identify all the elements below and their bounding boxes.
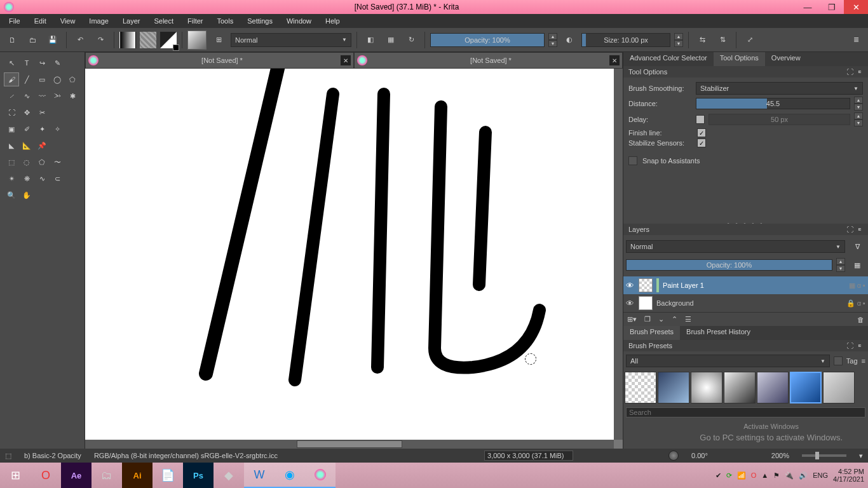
move-layer-tool-icon[interactable]: ✥ [19,105,34,119]
transform-layer-tool-icon[interactable]: ✂ [34,105,50,119]
select-free-tool-icon[interactable]: 〜 [50,155,65,169]
reference-tool-icon[interactable]: 📌 [34,139,50,152]
preset-search-input[interactable] [626,407,865,417]
select-bezier-tool-icon[interactable]: ∿ [34,172,50,186]
move-layer-down-icon[interactable]: ⌄ [658,315,664,323]
layer-row[interactable]: 👁 Paint Layer 1 ▦ α ▪ [623,276,868,294]
multi-brush-tool-icon[interactable]: ✱ [65,89,80,103]
layer-flags-icon[interactable]: ▦ α ▪ [849,281,865,290]
select-rect-tool-icon[interactable]: ⬚ [4,155,19,169]
taskbar-photoshop-icon[interactable]: Ps [183,463,214,488]
brush-preset-button[interactable] [187,30,207,50]
tab-close-icon[interactable]: ✕ [341,55,351,65]
smart-fill-tool-icon[interactable]: ✧ [50,122,65,136]
layer-flags-icon[interactable]: 🔒 α ▪ [846,299,865,308]
snap-checkbox[interactable] [628,156,637,165]
select-poly-tool-icon[interactable]: ⬠ [34,155,50,169]
transform-tool-icon[interactable]: T [19,56,34,70]
layer-row[interactable]: 👁 Background 🔒 α ▪ [623,294,868,312]
rotation-knob[interactable] [668,451,679,461]
taskbar-word-icon[interactable]: W [244,463,275,488]
document-tab-1[interactable]: [Not Saved] * ✕ [85,52,354,69]
opacity-slider[interactable]: Opacity: 100% [430,33,545,47]
select-similar-tool-icon[interactable]: ❋ [19,172,34,186]
polygon-tool-icon[interactable]: ⬠ [65,72,80,86]
fill-tool-icon[interactable]: ▣ [4,122,19,136]
add-layer-icon[interactable]: ⊞▾ [627,315,637,323]
save-file-icon[interactable]: 💾 [44,32,61,48]
pattern-picker-icon[interactable] [140,32,156,48]
mirror-v-icon[interactable]: ⇅ [714,32,731,48]
size-spin[interactable]: ▲▼ [674,33,683,47]
line-tool-icon[interactable]: ╱ [19,72,34,86]
tab-color-selector[interactable]: Advanced Color Selector [623,52,714,66]
delay-checkbox[interactable] [696,115,705,124]
preset-filter-select[interactable]: All▼ [626,355,830,367]
preset-tag-checkbox[interactable] [834,356,843,365]
tab-tool-options[interactable]: Tool Options [714,52,765,66]
blend-mode-select[interactable]: Normal▼ [231,33,351,47]
panel-controls-icon[interactable]: ⛶ ◧ [846,226,863,233]
brush-preset-item[interactable] [691,372,722,403]
menu-window[interactable]: Window [280,16,318,26]
menu-help[interactable]: Help [319,16,346,26]
taskbar-opera-icon[interactable]: O [31,463,61,488]
dynamic-brush-tool-icon[interactable]: ⭃ [50,89,65,103]
brush-preset-item[interactable] [790,372,822,403]
move-layer-up-icon[interactable]: ⌃ [672,315,677,323]
tag-menu-icon[interactable]: ≡ [862,357,865,365]
mirror-h-icon[interactable]: ⇆ [694,32,710,48]
brush-preset-item[interactable] [625,372,656,403]
scrollbar-vertical[interactable] [614,69,623,440]
tray-flag-icon[interactable]: ⚑ [773,471,780,480]
minimize-button[interactable]: — [796,0,820,14]
taskbar-krita-icon[interactable] [305,463,336,488]
select-contiguous-tool-icon[interactable]: ✴ [4,172,19,186]
menu-settings[interactable]: Settings [241,16,279,26]
zoom-slider[interactable] [802,454,846,457]
freetransform-tool-icon[interactable]: ↪ [34,56,50,70]
opacity-pressure-icon[interactable]: ◐ [561,32,578,48]
pan-tool-icon[interactable]: ✋ [19,188,34,202]
layer-properties-icon[interactable]: ☰ [685,315,691,323]
stabilize-sensors-checkbox[interactable]: ✓ [697,139,706,147]
tray-power-icon[interactable]: 🔌 [785,471,794,480]
taskbar-aftereffects-icon[interactable]: Ae [61,463,92,488]
panel-controls-icon[interactable]: ⛶ ◧ [846,342,863,349]
rect-tool-icon[interactable]: ▭ [34,72,50,86]
reload-preset-icon[interactable]: ↻ [403,32,419,48]
zoom-menu-icon[interactable]: ▾ [859,452,863,460]
layer-name[interactable]: Paint Layer 1 [663,281,845,289]
layer-blend-select[interactable]: Normal▼ [626,240,845,253]
scrollbar-horizontal[interactable] [85,440,614,449]
polyline-tool-icon[interactable]: ⟋ [4,89,19,103]
taskbar-document-icon[interactable]: 📄 [153,463,183,488]
open-file-icon[interactable]: 🗀 [24,32,41,48]
brush-editor-icon[interactable]: ⊞ [210,32,227,48]
layer-opacity-spin[interactable]: ▲▼ [836,258,845,272]
visibility-icon[interactable]: 👁 [626,281,635,290]
menu-file[interactable]: File [3,16,27,26]
tray-shield-icon[interactable]: ✔ [715,471,721,480]
panel-controls-icon[interactable]: ⛶ ◧ [846,68,863,76]
layer-filter-icon[interactable]: ∇ [849,238,865,255]
taskbar-illustrator-icon[interactable]: Ai [122,463,153,488]
gradient-picker-icon[interactable] [119,32,136,48]
new-file-icon[interactable]: 🗋 [4,32,20,48]
tray-network-icon[interactable]: 📶 [737,471,746,480]
smoothing-select[interactable]: Stabilizer▼ [696,82,863,95]
tray-sync-icon[interactable]: ⟳ [726,471,732,480]
taskbar-explorer-icon[interactable]: 🗂 [92,463,122,488]
move-tool-icon[interactable]: ↖ [4,56,19,70]
layer-thumb-toggle-icon[interactable]: ▦ [849,257,865,273]
duplicate-layer-icon[interactable]: ❐ [644,315,651,323]
start-button[interactable]: ⊞ [0,463,31,488]
tab-overview[interactable]: Overview [765,52,807,66]
distance-slider[interactable]: 45.5 [696,98,850,109]
menu-layer[interactable]: Layer [116,16,147,26]
maximize-button[interactable]: ❐ [820,0,844,14]
select-ellipse-tool-icon[interactable]: ◌ [19,155,34,169]
bezier-tool-icon[interactable]: ∿ [19,89,34,103]
menu-select[interactable]: Select [147,16,180,26]
edit-shapes-tool-icon[interactable]: ✎ [50,56,65,70]
